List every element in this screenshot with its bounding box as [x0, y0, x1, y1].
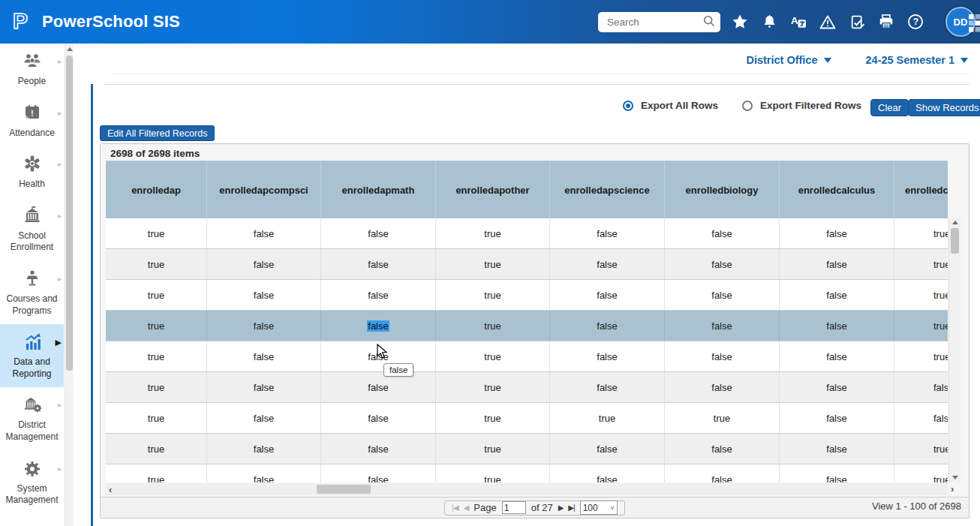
table-row[interactable]: truefalsefalsetruefalsefalsefalsetrue — [106, 434, 948, 464]
table-cell[interactable]: false — [780, 280, 894, 310]
table-cell[interactable]: true — [106, 280, 207, 310]
scroll-up-icon[interactable] — [949, 218, 960, 227]
table-cell[interactable]: true — [436, 464, 550, 482]
table-cell[interactable]: false — [665, 311, 780, 341]
table-cell[interactable]: false — [207, 434, 321, 464]
table-cell[interactable]: false — [665, 218, 780, 248]
table-cell[interactable]: false — [550, 434, 665, 464]
table-cell[interactable]: true — [436, 403, 550, 433]
table-cell[interactable]: false — [207, 280, 321, 310]
table-row[interactable]: truefalsefalsetruefalsefalsefalsetrue — [106, 280, 948, 311]
table-cell[interactable]: false — [321, 249, 436, 279]
table-cell[interactable]: false — [550, 311, 665, 341]
table-row[interactable]: truefalsefalsetruefalsefalsefalsetrue — [106, 464, 948, 482]
translate-icon[interactable]: A — [790, 14, 807, 30]
clear-button[interactable]: Clear — [870, 99, 909, 116]
table-cell[interactable]: true — [106, 403, 207, 433]
table-cell[interactable]: true — [894, 464, 948, 482]
column-header-enrolledapscience[interactable]: enrolledapscience — [550, 161, 665, 218]
table-cell[interactable]: false — [207, 311, 321, 341]
table-cell[interactable]: false — [207, 372, 321, 402]
table-cell[interactable]: true — [106, 341, 207, 371]
export-all-radio[interactable] — [623, 101, 633, 111]
table-cell[interactable]: true — [106, 372, 207, 402]
table-cell[interactable]: true — [436, 311, 550, 341]
table-cell[interactable]: true — [436, 249, 550, 279]
edit-all-filtered-records-button[interactable]: Edit All Filtered Records — [100, 125, 215, 141]
table-cell[interactable]: false — [321, 280, 436, 310]
sidebar-item-school-enrollment[interactable]: ▸School Enrollment — [0, 198, 64, 261]
table-cell[interactable]: true — [106, 218, 207, 248]
table-cell[interactable]: false — [207, 403, 321, 433]
table-cell[interactable]: false — [665, 341, 780, 371]
column-header-enrolledche[interactable]: enrolledche — [894, 161, 948, 218]
table-cell[interactable]: true — [894, 434, 948, 464]
table-cell[interactable]: true — [894, 341, 948, 371]
page-number-input[interactable] — [502, 501, 526, 514]
last-page-button[interactable]: ▶| — [568, 504, 574, 512]
table-row[interactable]: truefalsefalsetruefalsefalsefalsetrue — [106, 311, 948, 341]
sidebar-item-attendance[interactable]: !▸Attendance — [0, 95, 64, 147]
table-cell[interactable]: true — [436, 372, 550, 402]
sidebar-item-health[interactable]: ▸Health — [0, 146, 64, 198]
table-cell[interactable]: false — [780, 403, 894, 433]
vertical-scrollbar-thumb[interactable] — [951, 228, 959, 254]
table-cell[interactable]: true — [894, 218, 948, 248]
table-cell[interactable]: true — [665, 403, 780, 433]
table-cell[interactable]: true — [436, 280, 550, 310]
table-cell[interactable]: false — [780, 311, 894, 341]
table-cell[interactable]: false — [780, 218, 894, 248]
table-cell[interactable]: false — [321, 311, 436, 341]
table-cell[interactable]: true — [106, 464, 207, 482]
first-page-button[interactable]: |◀ — [452, 504, 458, 512]
column-header-enrolledap[interactable]: enrolledap — [106, 161, 207, 218]
scroll-right-icon[interactable]: › — [951, 483, 954, 494]
column-header-enrolledbiology[interactable]: enrolledbiology — [665, 161, 780, 218]
table-cell[interactable]: false — [780, 464, 894, 482]
show-records-button[interactable]: Show Records — [908, 99, 980, 116]
next-page-button[interactable]: ▶ — [558, 504, 564, 512]
term-selector[interactable]: 24-25 Semester 1 — [866, 54, 969, 66]
table-cell[interactable]: false — [780, 249, 894, 279]
table-cell[interactable]: false — [550, 372, 665, 402]
export-filtered-radio[interactable] — [742, 101, 753, 111]
apps-grid-icon[interactable] — [969, 14, 980, 35]
table-cell[interactable]: false — [321, 341, 436, 371]
table-cell[interactable]: false — [321, 372, 436, 402]
star-icon[interactable] — [732, 14, 748, 30]
report-check-icon[interactable] — [849, 14, 865, 30]
table-cell[interactable]: true — [894, 311, 948, 341]
table-cell[interactable]: true — [106, 311, 207, 341]
school-selector[interactable]: District Office — [746, 54, 831, 66]
table-cell[interactable]: false — [550, 341, 665, 371]
bell-icon[interactable] — [761, 14, 777, 30]
scroll-left-icon[interactable]: ‹ — [109, 484, 112, 495]
table-cell[interactable]: false — [665, 280, 780, 310]
table-cell[interactable]: false — [665, 249, 780, 279]
table-cell[interactable]: false — [321, 464, 436, 482]
table-cell[interactable]: true — [106, 249, 207, 279]
column-header-enrolledapother[interactable]: enrolledapother — [436, 161, 550, 218]
help-icon[interactable]: ? — [907, 14, 924, 30]
table-row[interactable]: truefalsefalsetruetruetruefalsefalse — [106, 403, 948, 434]
export-filtered-label[interactable]: Export Filtered Rows — [760, 100, 861, 111]
sidebar-scrollbar-thumb[interactable] — [66, 56, 73, 371]
table-cell[interactable]: false — [550, 280, 665, 310]
table-cell[interactable]: false — [894, 403, 948, 433]
table-cell[interactable]: false — [321, 218, 436, 248]
table-cell[interactable]: true — [106, 434, 207, 464]
prev-page-button[interactable]: ◀ — [464, 504, 469, 512]
table-cell[interactable]: false — [321, 403, 436, 433]
table-row[interactable]: truefalsefalsetruefalsefalsefalsetrue — [106, 341, 948, 372]
table-cell[interactable]: false — [207, 218, 321, 248]
horizontal-scrollbar-thumb[interactable] — [317, 485, 371, 494]
table-cell[interactable]: false — [207, 464, 321, 482]
scroll-up-icon[interactable] — [65, 45, 74, 53]
warning-icon[interactable] — [819, 14, 836, 30]
table-cell[interactable]: false — [665, 464, 780, 482]
table-cell[interactable]: false — [207, 249, 321, 279]
search-input[interactable] — [606, 16, 702, 29]
sidebar-scrollbar[interactable] — [65, 44, 74, 526]
table-cell[interactable]: true — [436, 434, 550, 464]
column-header-enrolledapmath[interactable]: enrolledapmath — [321, 161, 436, 218]
